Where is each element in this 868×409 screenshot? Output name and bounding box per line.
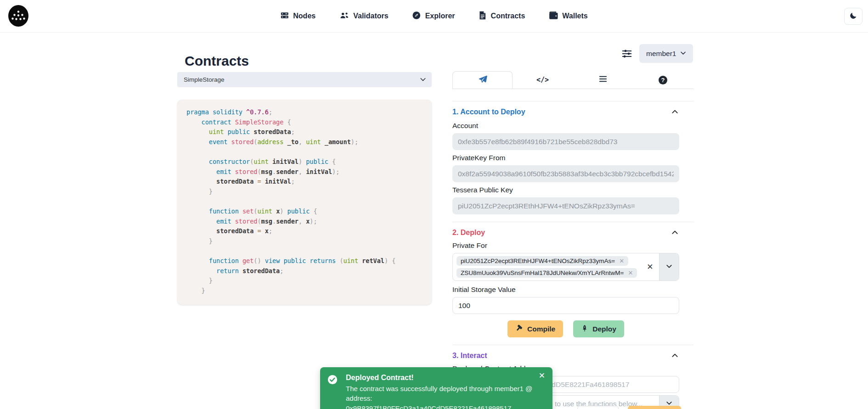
tab-help[interactable]: ? xyxy=(633,71,693,89)
server-icon xyxy=(280,11,289,22)
moon-icon xyxy=(849,11,857,21)
toast-title: Deployed Contract! xyxy=(346,374,534,382)
toast-content: Deployed Contract! The contract was succ… xyxy=(346,374,534,409)
private-for-tag: piU2051ZcP2ecpt3REthHJFW4+tENOsZikRpz33y… xyxy=(457,256,628,266)
nav-item-label: Contracts xyxy=(491,12,525,20)
deploy-button[interactable]: Deploy xyxy=(573,320,624,337)
document-icon xyxy=(479,11,487,22)
section-divider xyxy=(452,345,693,345)
interact-section-header: 3. Interact xyxy=(452,351,679,360)
nav-item-label: Nodes xyxy=(293,12,316,20)
member-filter-button[interactable] xyxy=(621,48,633,60)
contract-source-column: SimpleStorage pragma solidity ^0.7.6; co… xyxy=(177,72,432,305)
remove-tag-icon[interactable]: ✕ xyxy=(628,270,633,276)
private-for-multiselect[interactable]: piU2051ZcP2ecpt3REthHJFW4+tENOsZikRpz33y… xyxy=(452,253,679,281)
nav-item-nodes[interactable]: Nodes xyxy=(280,11,316,22)
panel-tabs: </> ? xyxy=(452,71,693,89)
privatekey-input xyxy=(452,165,679,182)
nav-item-label: Validators xyxy=(353,12,388,20)
tab-deploy[interactable] xyxy=(452,71,513,89)
contract-select[interactable]: SimpleStorage xyxy=(177,72,432,87)
private-for-tag: ZSU8mUuok39VuSnsFmHal178JdUNekw/XmYLArRn… xyxy=(457,268,637,278)
nav-item-label: Explorer xyxy=(425,12,455,20)
deploy-button-label: Deploy xyxy=(592,325,616,333)
people-icon xyxy=(339,11,349,22)
deploy-panel: </> ? 1. Account to Deploy Account Priva… xyxy=(452,71,693,409)
list-icon xyxy=(599,75,607,84)
contract-select-value: SimpleStorage xyxy=(184,76,225,83)
nav-item-contracts[interactable]: Contracts xyxy=(479,11,525,22)
compile-button[interactable]: Compile xyxy=(507,320,563,337)
collapse-account-button[interactable] xyxy=(671,107,679,116)
private-for-tags: piU2051ZcP2ecpt3REthHJFW4+tENOsZikRpz33y… xyxy=(453,253,641,280)
interact-section-title: 3. Interact xyxy=(452,352,487,360)
hammer-icon xyxy=(515,324,523,334)
nav-item-wallets[interactable]: Wallets xyxy=(549,11,587,22)
success-toast: Deployed Contract! The contract was succ… xyxy=(320,367,552,409)
collapse-interact-button[interactable] xyxy=(671,351,679,360)
compile-button-label: Compile xyxy=(527,325,555,333)
member-selector-value: member1 xyxy=(646,50,676,58)
tessera-key-label: Tessera Public Key xyxy=(452,186,679,194)
bottom-action-button-light[interactable] xyxy=(577,406,619,409)
nav-item-validators[interactable]: Validators xyxy=(339,11,388,22)
check-circle-icon xyxy=(327,375,338,387)
tab-logs[interactable] xyxy=(573,71,633,89)
nav-item-label: Wallets xyxy=(562,12,587,20)
tag-value: ZSU8mUuok39VuSnsFmHal178JdUNekw/XmYLArRn… xyxy=(461,269,624,276)
tessera-key-input xyxy=(452,197,679,214)
sliders-icon xyxy=(621,48,632,61)
tag-value: piU2051ZcP2ecpt3REthHJFW4+tENOsZikRpz33y… xyxy=(461,258,615,264)
send-icon xyxy=(478,75,487,86)
code-pre: pragma solidity ^0.7.6; contract SimpleS… xyxy=(186,107,423,296)
deploy-actions: Compile Deploy xyxy=(452,320,679,337)
private-for-label: Private For xyxy=(452,241,679,250)
privatekey-label: PrivateKey From xyxy=(452,154,679,162)
help-icon: ? xyxy=(659,76,667,84)
chevron-down-icon xyxy=(666,263,672,271)
page-title: Contracts xyxy=(185,53,249,69)
compass-icon xyxy=(412,11,421,22)
collapse-deploy-button[interactable] xyxy=(671,228,679,237)
toast-message: The contract was successfully deployed t… xyxy=(346,384,534,409)
code-icon: </> xyxy=(536,76,549,84)
solidity-code-block: pragma solidity ^0.7.6; contract SimpleS… xyxy=(177,100,432,305)
account-section-header: 1. Account to Deploy xyxy=(452,107,679,116)
deploy-section-header: 2. Deploy xyxy=(452,228,679,237)
account-input xyxy=(452,133,679,150)
tab-source-code[interactable]: </> xyxy=(513,71,573,89)
account-section-title: 1. Account to Deploy xyxy=(452,108,525,116)
initial-storage-input[interactable] xyxy=(452,297,679,314)
initial-storage-label: Initial Storage Value xyxy=(452,286,679,294)
section-divider xyxy=(452,222,693,222)
account-label: Account xyxy=(452,122,679,130)
member-selector-dropdown[interactable]: member1 xyxy=(639,44,693,63)
chevron-down-icon xyxy=(680,50,686,58)
deploy-section-title: 2. Deploy xyxy=(452,229,485,237)
chevron-down-icon xyxy=(420,76,426,84)
clear-all-icon[interactable]: ✕ xyxy=(641,253,659,280)
wallet-icon xyxy=(549,11,558,22)
top-navbar: Nodes Validators Explorer Contracts Wall… xyxy=(0,0,868,33)
close-icon[interactable]: ✕ xyxy=(538,371,546,381)
rocket-icon xyxy=(581,325,588,334)
nav-item-explorer[interactable]: Explorer xyxy=(412,11,455,22)
section-divider xyxy=(452,101,693,101)
dark-mode-toggle[interactable] xyxy=(844,8,862,25)
private-for-dropdown-toggle[interactable] xyxy=(659,253,679,280)
bottom-action-button-orange[interactable] xyxy=(628,406,681,409)
main-navigation: Nodes Validators Explorer Contracts Wall… xyxy=(280,0,587,32)
remove-tag-icon[interactable]: ✕ xyxy=(619,258,624,264)
app-logo-icon[interactable] xyxy=(8,5,28,27)
